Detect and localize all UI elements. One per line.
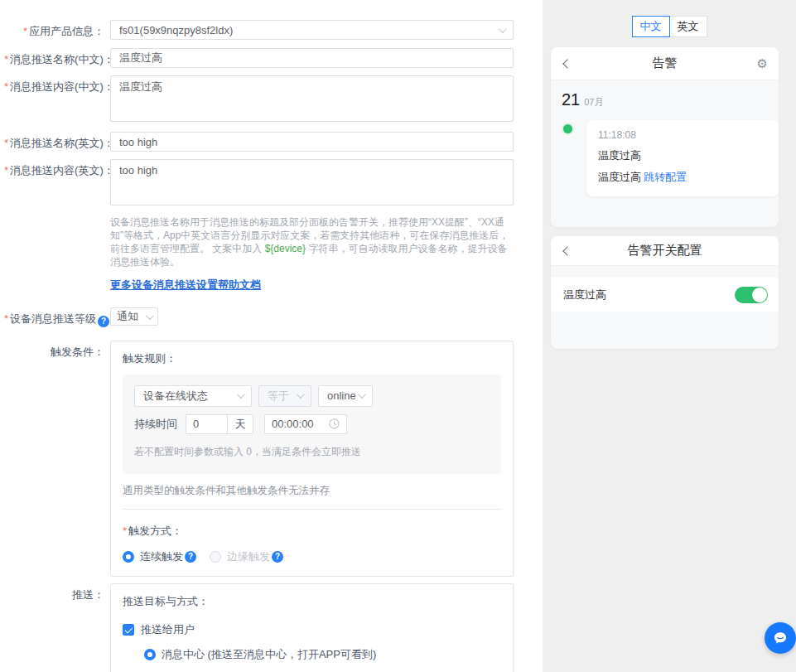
tab-chinese[interactable]: 中文 [632, 16, 670, 37]
app-preview-panel: 中文 英文 告警 21 07月 11:18:08 温度过高 [543, 0, 796, 672]
edge-trigger-label: 边缘触发 [227, 549, 270, 564]
alarm-toggle[interactable] [735, 287, 768, 303]
product-label: *应用产品信息： [4, 20, 110, 40]
trigger-value-select[interactable]: online [318, 385, 373, 407]
chevron-down-icon [499, 25, 507, 33]
content-en-textarea[interactable]: too high [110, 159, 514, 205]
push-level-label: *设备消息推送等级： [4, 307, 110, 327]
message-push-config-page: *应用产品信息： fs01(59x9nqzpy8sf2ldx) *消息推送名称(… [0, 0, 796, 672]
trigger-condition-box: 触发规则： 设备在线状态 等于 online [110, 341, 514, 577]
trigger-condition-label: 触发条件： [4, 341, 110, 577]
alert-name: 温度过高 [598, 148, 767, 163]
device-variable: ${device} [265, 243, 306, 254]
content-cn-textarea[interactable]: 温度过高 [110, 75, 514, 122]
date-day: 21 [562, 90, 580, 109]
required-asterisk: * [4, 80, 8, 93]
trigger-value: online [327, 389, 356, 402]
push-level-value: 通知 [117, 309, 138, 324]
alarm-switch-label: 温度过高 [563, 288, 606, 302]
jump-config-link[interactable]: 跳转配置 [644, 171, 687, 183]
switch-config-body: 温度过高 [551, 266, 779, 349]
trigger-condition-value: 设备在线状态 [143, 389, 208, 404]
trigger-operator-value: 等于 [268, 389, 289, 404]
push-to-user-label: 推送给用户 [141, 622, 195, 637]
help-doc-link[interactable]: 更多设备消息推送设置帮助文档 [110, 278, 261, 292]
push-level-row: *设备消息推送等级： 通知 [4, 307, 543, 327]
name-en-input[interactable] [110, 132, 514, 152]
name-cn-input[interactable] [110, 48, 514, 68]
support-chat-button[interactable] [765, 622, 796, 654]
duration-time-value: 00:00:00 [272, 418, 314, 430]
push-box: 推送目标与方式： 推送给用户 消息中心 (推送至消息中心，打开APP可看到) 应… [110, 583, 514, 672]
continuous-trigger-radio[interactable] [123, 551, 134, 563]
back-chevron-icon[interactable] [562, 59, 572, 68]
duration-note: 若不配置时间参数或输入 0，当满足条件会立即推送 [134, 445, 490, 459]
divider [123, 509, 501, 510]
switch-config-title: 告警开关配置 [628, 243, 702, 259]
alarm-preview-card: 告警 21 07月 11:18:08 温度过高 温度过高跳转配置 [551, 47, 779, 227]
trigger-condition-row: 触发条件： 触发规则： 设备在线状态 等于 online [4, 341, 543, 577]
switch-config-header: 告警开关配置 [551, 236, 779, 266]
alert-status-dot [562, 123, 574, 135]
product-row: *应用产品信息： fs01(59x9nqzpy8sf2ldx) [4, 20, 543, 40]
content-cn-label: *消息推送内容(中文)： [4, 75, 110, 125]
chevron-down-icon [358, 390, 366, 399]
chevron-down-icon [297, 390, 305, 399]
help-question-icon[interactable] [272, 551, 283, 563]
required-asterisk: * [123, 525, 127, 537]
tab-english[interactable]: 英文 [669, 16, 707, 37]
product-select-value: fs01(59x9nqzpy8sf2ldx) [119, 24, 233, 36]
trigger-rule-title: 触发规则： [123, 351, 501, 366]
product-select[interactable]: fs01(59x9nqzpy8sf2ldx) [110, 20, 514, 40]
required-asterisk: * [23, 25, 27, 37]
name-cn-label: *消息推送名称(中文)： [4, 48, 110, 68]
gear-icon[interactable] [757, 57, 768, 70]
message-center-label: 消息中心 (推送至消息中心，打开APP可看到) [162, 647, 376, 662]
duration-input[interactable] [186, 414, 227, 434]
alarm-switch-row: 温度过高 [551, 278, 779, 312]
required-asterisk: * [4, 164, 8, 176]
exclusive-note: 通用类型的触发条件和其他触发条件无法并存 [123, 484, 501, 498]
trigger-mode-label: *触发方式： [123, 524, 501, 539]
trigger-condition-select[interactable]: 设备在线状态 [134, 385, 252, 407]
push-level-select[interactable]: 通知 [110, 307, 158, 326]
content-cn-row: *消息推送内容(中文)： 温度过高 [4, 75, 543, 125]
trigger-operator-select: 等于 [258, 385, 311, 407]
message-center-option: 消息中心 (推送至消息中心，打开APP可看到) [144, 647, 501, 662]
duration-unit: 天 [227, 414, 253, 434]
message-center-radio[interactable] [144, 649, 156, 660]
back-chevron-icon[interactable] [562, 246, 572, 255]
alert-card: 11:18:08 温度过高 温度过高跳转配置 [586, 120, 779, 196]
alarm-body: 21 07月 11:18:08 温度过高 温度过高跳转配置 [551, 80, 779, 227]
date-line: 21 07月 [551, 90, 779, 109]
push-row: 推送： 推送目标与方式： 推送给用户 消息中心 (推送至消息中心，打开APP可看… [4, 583, 543, 672]
trigger-rule-box: 设备在线状态 等于 online 持续时间 [123, 375, 501, 474]
clock-icon [329, 418, 340, 429]
push-target-title: 推送目标与方式： [123, 594, 501, 609]
push-to-user-checkbox[interactable] [123, 624, 134, 636]
chevron-down-icon [237, 390, 245, 399]
toggle-knob [752, 288, 767, 302]
help-question-icon[interactable] [185, 551, 196, 563]
chevron-down-icon [146, 312, 154, 320]
duration-label: 持续时间 [134, 417, 177, 432]
help-question-icon[interactable] [98, 316, 109, 327]
continuous-trigger-label: 连续触发 [140, 549, 183, 564]
edge-trigger-radio[interactable] [210, 551, 221, 563]
alarm-header: 告警 [551, 47, 779, 80]
name-en-row: *消息推送名称(英文)： [4, 132, 543, 152]
alert-content: 温度过高跳转配置 [598, 170, 767, 185]
required-asterisk: * [4, 53, 8, 65]
content-en-label: *消息推送内容(英文)： [4, 159, 110, 209]
required-asterisk: * [4, 137, 8, 149]
name-cn-row: *消息推送名称(中文)： [4, 48, 543, 68]
alarm-title: 告警 [653, 56, 678, 71]
duration-time-input[interactable]: 00:00:00 [264, 414, 347, 434]
alert-row: 11:18:08 温度过高 温度过高跳转配置 [551, 120, 779, 196]
alarm-switch-card: 告警开关配置 温度过高 [551, 236, 779, 349]
date-month: 07月 [584, 96, 603, 109]
description-row: 设备消息推送名称用于消息推送的标题及部分面板的告警开关，推荐使用“XX提醒”、“… [4, 209, 543, 292]
required-asterisk: * [4, 312, 8, 325]
push-label: 推送： [4, 583, 110, 672]
content-en-row: *消息推送内容(英文)： too high [4, 159, 543, 209]
